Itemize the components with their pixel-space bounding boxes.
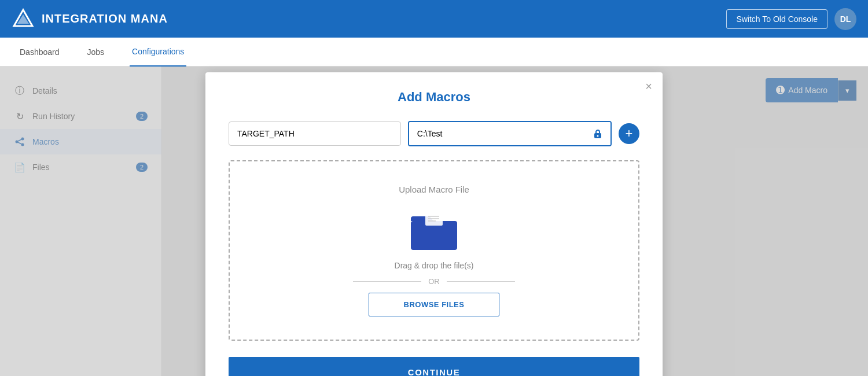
- macro-name-input[interactable]: [229, 121, 401, 146]
- switch-console-button[interactable]: Switch To Old Console: [726, 9, 827, 29]
- header-title: INTEGRATION MANA: [42, 12, 168, 25]
- main-content: ⓘ Details ↻ Run History 2 Macros 📄 Files: [0, 67, 868, 376]
- header: INTEGRATION MANA Switch To Old Console D…: [0, 0, 868, 38]
- header-right: Switch To Old Console DL: [726, 8, 856, 30]
- continue-button[interactable]: CONTINUE: [229, 357, 639, 376]
- or-divider: OR: [353, 277, 515, 286]
- modal-overlay: × Add Macros +: [0, 67, 868, 376]
- modal-close-button[interactable]: ×: [645, 80, 652, 92]
- navbar: Dashboard Jobs Configurations: [0, 38, 868, 67]
- plus-icon: +: [626, 127, 633, 140]
- macro-value-input[interactable]: [409, 122, 585, 145]
- nav-item-jobs[interactable]: Jobs: [85, 38, 107, 67]
- svg-rect-10: [425, 213, 443, 226]
- nav-item-configurations[interactable]: Configurations: [130, 38, 186, 67]
- nav-item-dashboard[interactable]: Dashboard: [17, 38, 62, 67]
- drag-drop-text: Drag & drop the file(s): [395, 261, 474, 270]
- folder-icon: [408, 208, 460, 252]
- lock-icon-button[interactable]: [585, 122, 610, 145]
- upload-label: Upload Macro File: [399, 185, 469, 194]
- inputs-row: +: [229, 121, 639, 146]
- modal-title: Add Macros: [229, 90, 639, 105]
- header-left: INTEGRATION MANA: [12, 8, 168, 31]
- svg-point-8: [597, 135, 599, 137]
- browse-files-button[interactable]: BROWSE FILES: [369, 293, 500, 316]
- avatar[interactable]: DL: [834, 8, 856, 30]
- or-text: OR: [428, 277, 440, 286]
- logo-icon: [12, 8, 35, 31]
- lock-icon: [592, 128, 604, 139]
- upload-area: Upload Macro File Drag &: [229, 160, 639, 341]
- modal: × Add Macros +: [205, 72, 663, 376]
- macro-value-wrapper: [408, 121, 612, 146]
- add-row-button[interactable]: +: [619, 123, 639, 144]
